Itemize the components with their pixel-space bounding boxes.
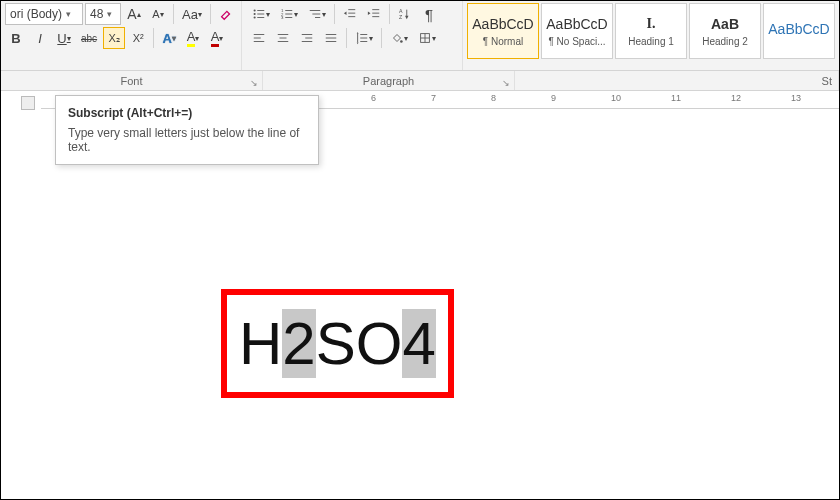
show-marks-button[interactable]: ¶ [418,3,440,25]
char[interactable]: 4 [402,309,435,378]
underline-button[interactable]: U▾ [53,27,75,49]
strikethrough-button[interactable]: abc [77,27,101,49]
styles-group: AaBbCcD¶ NormalAaBbCcD¶ No Spaci...I.Hea… [463,1,839,70]
eraser-icon [219,7,233,21]
bullets-button[interactable]: ▾ [248,3,274,25]
justify-button[interactable] [320,27,342,49]
ruler-tick: 6 [371,93,376,103]
font-group: ori (Body) ▾ 48 ▾ A▴ A▾ Aa▾ B I U▾ abc X… [1,1,242,70]
separator [173,4,174,24]
svg-marker-18 [344,11,347,15]
style-box-2[interactable]: I.Heading 1 [615,3,687,59]
indent-icon [367,7,381,21]
style-preview: AaBbCcD [472,16,533,32]
svg-marker-42 [357,32,359,34]
borders-button[interactable]: ▾ [414,27,440,49]
separator [153,28,154,48]
style-preview: AaBbCcD [546,16,607,32]
line-spacing-icon [355,31,369,45]
chevron-down-icon: ▾ [66,9,71,19]
sort-icon: AZ [398,7,412,21]
separator [346,28,347,48]
subscript-button[interactable]: X₂ [103,27,125,49]
separator [381,28,382,48]
multilevel-icon [308,7,322,21]
highlight-button[interactable]: A▾ [182,27,204,49]
tooltip-title: Subscript (Alt+Ctrl+=) [68,106,306,120]
numbering-icon: 123 [280,7,294,21]
multilevel-list-button[interactable]: ▾ [304,3,330,25]
clear-formatting-button[interactable] [215,3,237,25]
increase-indent-button[interactable] [363,3,385,25]
dialog-launcher-icon[interactable]: ↘ [502,78,510,88]
style-label: Heading 2 [702,36,748,47]
align-center-button[interactable] [272,27,294,49]
chevron-down-icon: ▾ [107,9,112,19]
document-area[interactable]: H2SO4 [41,109,839,499]
align-left-icon [252,31,266,45]
font-size-value: 48 [90,7,103,21]
font-family-value: ori (Body) [10,7,62,21]
svg-text:3: 3 [281,15,284,20]
dialog-launcher-icon[interactable]: ↘ [250,78,258,88]
style-label: Heading 1 [628,36,674,47]
style-preview: AaBbCcD [768,21,829,37]
superscript-button[interactable]: X² [127,27,149,49]
style-label: ¶ No Spaci... [548,36,605,47]
style-preview: AaB [711,16,739,32]
align-center-icon [276,31,290,45]
ruler-tick: 7 [431,93,436,103]
svg-point-4 [253,16,255,18]
char[interactable]: 2 [282,309,315,378]
line-spacing-button[interactable]: ▾ [351,27,377,49]
subscript-tooltip: Subscript (Alt+Ctrl+=) Type very small l… [55,95,319,165]
separator [334,4,335,24]
svg-marker-26 [405,16,409,20]
font-size-combo[interactable]: 48 ▾ [85,3,121,25]
borders-icon [418,31,432,45]
style-box-0[interactable]: AaBbCcD¶ Normal [467,3,539,59]
align-right-icon [300,31,314,45]
italic-button[interactable]: I [29,27,51,49]
ruler-tick: 13 [791,93,801,103]
group-labels-row: Font ↘ Paragraph ↘ St [1,71,839,91]
ruler-tick: 10 [611,93,621,103]
separator [389,4,390,24]
svg-point-0 [253,9,255,11]
svg-point-45 [400,40,403,43]
style-preview: I. [647,16,656,32]
font-family-combo[interactable]: ori (Body) ▾ [5,3,83,25]
outdent-icon [343,7,357,21]
separator [210,4,211,24]
style-box-1[interactable]: AaBbCcD¶ No Spaci... [541,3,613,59]
paint-bucket-icon [390,31,404,45]
justify-icon [324,31,338,45]
tooltip-body: Type very small letters just below the l… [68,126,306,154]
grow-font-button[interactable]: A▴ [123,3,145,25]
change-case-button[interactable]: Aa▾ [178,3,206,25]
styles-group-label: St [515,71,839,90]
numbering-button[interactable]: 123▾ [276,3,302,25]
sort-button[interactable]: AZ [394,3,416,25]
shading-button[interactable]: ▾ [386,27,412,49]
char[interactable]: O [356,309,403,378]
bold-button[interactable]: B [5,27,27,49]
char[interactable]: S [316,309,356,378]
ruler-tick: 11 [671,93,681,103]
style-box-4[interactable]: AaBbCcD [763,3,835,59]
document-text[interactable]: H2SO4 [239,309,436,378]
align-left-button[interactable] [248,27,270,49]
align-right-button[interactable] [296,27,318,49]
svg-point-2 [253,13,255,15]
style-box-3[interactable]: AaBHeading 2 [689,3,761,59]
highlight-annotation-box: H2SO4 [221,289,454,398]
font-color-button[interactable]: A▾ [206,27,228,49]
bullets-icon [252,7,266,21]
ruler-tick: 9 [551,93,556,103]
svg-text:Z: Z [399,14,403,20]
paragraph-group: ▾ 123▾ ▾ AZ ¶ [242,1,463,70]
char[interactable]: H [239,309,282,378]
decrease-indent-button[interactable] [339,3,361,25]
text-effects-button[interactable]: A▾ [158,27,180,49]
shrink-font-button[interactable]: A▾ [147,3,169,25]
